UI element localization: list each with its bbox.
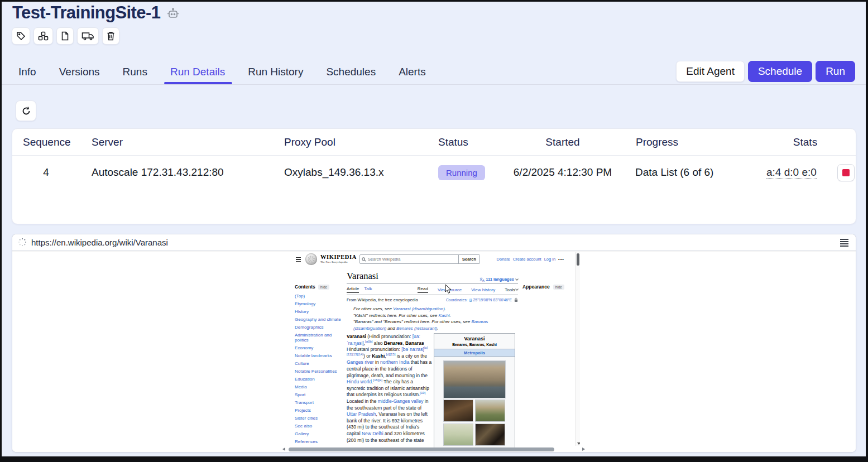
tab-view-history[interactable]: View history: [471, 287, 495, 292]
wiki-link[interactable]: [16][e]: [373, 378, 382, 382]
wiki-horizontal-scrollbar[interactable]: [282, 447, 585, 451]
tab[interactable]: Run History: [247, 59, 304, 84]
scroll-down-arrow-icon[interactable]: [577, 442, 581, 445]
tab[interactable]: Runs: [122, 59, 148, 84]
wiki-link[interactable]: Varanasi (disambiguation): [393, 306, 445, 311]
scroll-right-arrow-icon[interactable]: [582, 447, 585, 451]
contents-hide-button[interactable]: hide: [318, 285, 329, 290]
wiki-header-link[interactable]: Create account: [513, 257, 541, 262]
wiki-link[interactable]: [bəˈnaːras]: [401, 346, 424, 352]
contents-item[interactable]: Sister cities: [295, 416, 344, 421]
scrollbar-thumb[interactable]: [577, 253, 579, 266]
musicians-photo[interactable]: [443, 400, 473, 422]
cell-server: Autoscale 172.31.43.212:80: [80, 166, 272, 179]
export-truck-button[interactable]: [77, 27, 99, 45]
delete-button[interactable]: [102, 27, 119, 45]
cell-proxy-pool: Oxylabs_149.36.13.x: [272, 166, 426, 179]
file-button[interactable]: [56, 27, 74, 45]
wiki-header-link[interactable]: Log in: [544, 257, 555, 262]
schedule-button[interactable]: Schedule: [748, 61, 812, 82]
wiki-search-box[interactable]: Search Wikipedia Search: [359, 254, 480, 264]
wiki-search-button[interactable]: Search: [458, 255, 479, 263]
scroll-left-arrow-icon[interactable]: [282, 447, 285, 451]
wiki-header-link[interactable]: Donate: [497, 257, 510, 262]
cell-sequence: 4: [12, 166, 80, 179]
wiki-menu-icon[interactable]: [296, 257, 301, 262]
refresh-button[interactable]: [16, 100, 36, 121]
contents-item[interactable]: Gallery: [295, 431, 344, 437]
languages-dropdown[interactable]: A 111 languages: [479, 277, 518, 282]
col-sequence: Sequence: [12, 136, 80, 148]
wiki-link[interactable]: Kashi: [438, 313, 449, 318]
coordinates-label[interactable]: Coordinates:: [446, 298, 468, 302]
contents-item[interactable]: Notable landmarks: [295, 353, 344, 359]
app-window: Test-TrainingSite-1: [0, 0, 868, 462]
from-wikipedia-line: From Wikipedia, the free encyclopedia: [347, 297, 418, 302]
wiki-link[interactable]: [a][b]: [365, 340, 372, 343]
col-server: Server: [80, 136, 272, 148]
contents-item[interactable]: Notable Personalities: [295, 369, 344, 374]
wiki-more-menu[interactable]: •••: [558, 257, 564, 262]
hatnote: "Banaras" and "Benares" redirect here. F…: [353, 319, 517, 331]
contents-item[interactable]: Culture: [295, 361, 344, 367]
run-button[interactable]: Run: [816, 61, 855, 82]
wiki-vertical-scrollbar[interactable]: [576, 252, 580, 446]
wiki-link[interactable]: Ganges river: [347, 359, 374, 365]
tab[interactable]: Versions: [58, 59, 101, 84]
contents-item[interactable]: See also: [295, 424, 344, 429]
modules-button[interactable]: [33, 27, 53, 45]
edit-agent-button[interactable]: Edit Agent: [676, 61, 745, 82]
contents-item[interactable]: References: [295, 439, 344, 445]
tab[interactable]: Info: [17, 59, 37, 84]
scrollbar-thumb[interactable]: [289, 447, 554, 451]
tab[interactable]: Alerts: [397, 59, 427, 84]
painting-photo[interactable]: [443, 424, 473, 446]
wiki-link[interactable]: Hindu world: [347, 379, 372, 384]
hatnote: "Kāshī" redirects here. For other uses, …: [353, 312, 517, 319]
wiki-link[interactable]: Benares (restaurant): [396, 326, 437, 331]
contents-item[interactable]: Demographics: [295, 325, 344, 330]
stop-run-button[interactable]: [837, 164, 855, 181]
tag-icon: [16, 31, 26, 41]
contents-item[interactable]: (Top): [295, 293, 344, 299]
robot-icon: [166, 7, 180, 21]
svg-text:A: A: [482, 278, 485, 281]
tab[interactable]: Run Details: [169, 59, 226, 84]
contents-item[interactable]: Geography and climate: [295, 317, 344, 323]
tag-button[interactable]: [12, 27, 30, 45]
contents-item[interactable]: Transport: [295, 400, 344, 406]
wiki-link[interactable]: [d][15]: [386, 353, 396, 356]
cell-progress: Data List (6 of 6): [624, 166, 755, 179]
wiki-link[interactable]: northern India: [380, 359, 409, 365]
appearance-hide-button[interactable]: hide: [553, 285, 564, 290]
tab-article[interactable]: Article: [347, 286, 359, 293]
browser-menu-button[interactable]: [837, 235, 851, 249]
contents-item[interactable]: Media: [295, 384, 344, 390]
contents-item[interactable]: Education: [295, 377, 344, 382]
wiki-link[interactable]: Uttar Pradesh: [347, 411, 376, 417]
coordinates-value[interactable]: 25°19′08″N 83°00′46″E: [473, 298, 512, 302]
tab-read[interactable]: Read: [418, 286, 428, 293]
weaving-photo[interactable]: [475, 424, 505, 446]
campus-building-photo[interactable]: [475, 400, 505, 422]
wiki-link[interactable]: [19]: [420, 392, 425, 395]
contents-item[interactable]: Etymology: [295, 301, 344, 307]
stats-link[interactable]: a:4 d:0 e:0: [766, 166, 817, 179]
wiki-main-column: Varanasi A 111 languages Article Tal: [347, 271, 518, 331]
contents-item[interactable]: Administration and politics: [295, 333, 344, 344]
tab-tools[interactable]: Tools: [505, 287, 518, 292]
contents-item[interactable]: Projects: [295, 408, 344, 413]
tab[interactable]: Schedules: [325, 59, 377, 84]
wiki-search-placeholder: Search Wikipedia: [368, 257, 458, 262]
wikipedia-wordmark[interactable]: WIKIPEDIA The Free Encyclopedia: [320, 254, 357, 264]
tab-label: Info: [18, 66, 36, 78]
contents-item[interactable]: Sport: [295, 392, 344, 398]
coordinates-globe-icon: [469, 299, 472, 302]
tab-talk[interactable]: Talk: [364, 286, 372, 293]
wiki-link[interactable]: middle-Ganges valley: [378, 398, 424, 404]
wiki-link[interactable]: New Delhi: [362, 431, 383, 436]
ghats-riverfront-photo[interactable]: [443, 360, 506, 398]
contents-item[interactable]: Economy: [295, 345, 344, 351]
contents-item[interactable]: History: [295, 309, 344, 315]
wikipedia-logo[interactable]: [305, 253, 317, 265]
